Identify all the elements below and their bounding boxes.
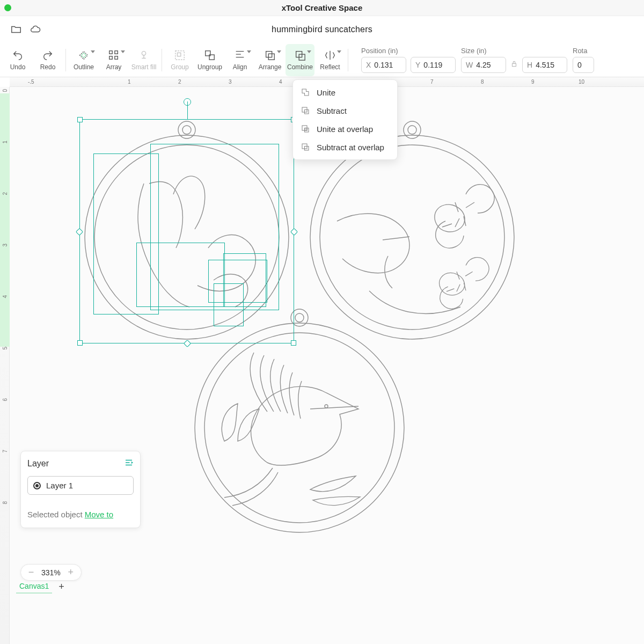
svg-point-30 (295, 313, 304, 322)
svg-point-33 (325, 405, 328, 408)
position-label: Position (in) (361, 47, 456, 55)
undo-label: Undo (10, 63, 26, 71)
ruler-selection-highlight (0, 93, 10, 347)
chevron-down-icon (91, 50, 95, 53)
svg-rect-9 (266, 51, 272, 57)
layer-panel-title: Layer (27, 459, 49, 469)
outline-button[interactable]: Outline (69, 44, 98, 76)
resize-handle-se[interactable] (291, 340, 296, 346)
subtract-item[interactable]: Subtract (293, 101, 397, 120)
array-label: Array (106, 63, 122, 71)
combine-button[interactable]: Combine (286, 44, 314, 76)
svg-point-26 (408, 126, 416, 134)
zoom-out-button[interactable]: − (26, 567, 36, 578)
undo-button[interactable]: Undo (3, 44, 32, 76)
redo-button[interactable]: Redo (33, 44, 62, 76)
maximize-icon[interactable] (4, 4, 11, 11)
unite-item[interactable]: Unite (293, 83, 397, 101)
align-icon (233, 49, 246, 61)
selection-sub (214, 283, 244, 326)
separator (348, 49, 348, 71)
svg-rect-18 (305, 128, 308, 131)
size-w-field[interactable]: W4.25 (461, 57, 506, 73)
svg-rect-15 (305, 110, 309, 114)
outline-label: Outline (74, 63, 94, 71)
open-folder-button[interactable] (6, 20, 26, 39)
reflect-button[interactable]: Reflect (316, 44, 345, 76)
zoom-value[interactable]: 331% (41, 568, 61, 577)
arrange-button[interactable]: Arrange (255, 44, 284, 76)
svg-rect-6 (177, 53, 180, 56)
combine-dropdown: Unite Subtract Unite at overlap Subtract… (292, 79, 398, 160)
move-to-link[interactable]: Move to (85, 510, 113, 519)
resize-handle-e[interactable] (290, 228, 298, 236)
layer-name: Layer 1 (46, 481, 73, 490)
redo-icon (41, 49, 54, 61)
canvas-tabs: Canvas1 + (16, 580, 64, 594)
svg-rect-13 (513, 63, 516, 66)
svg-rect-3 (115, 56, 118, 59)
layer-panel: Layer Layer 1 Selected object Move to (20, 451, 141, 528)
chevron-down-icon (121, 50, 125, 53)
svg-point-4 (142, 51, 145, 55)
ungroup-button[interactable]: Ungroup (195, 44, 224, 76)
rotation-label: Rota (573, 47, 594, 55)
app-title: xTool Creative Space (282, 3, 363, 12)
size-group: Size (in) W4.25 H4.515 (461, 47, 567, 73)
svg-rect-1 (115, 50, 118, 54)
layer-menu-icon[interactable] (124, 458, 134, 470)
align-button[interactable]: Align (225, 44, 254, 76)
zoom-in-button[interactable]: + (66, 567, 76, 578)
zoom-control: − 331% + (20, 564, 82, 581)
array-icon (107, 49, 120, 61)
rotation-field[interactable]: 0 (573, 57, 594, 73)
resize-handle-w[interactable] (76, 228, 83, 236)
position-group: Position (in) X0.131 Y0.119 (361, 47, 456, 73)
reflect-label: Reflect (320, 63, 340, 71)
svg-point-31 (195, 323, 404, 532)
layer-visibility-icon[interactable] (33, 482, 41, 489)
arrange-label: Arrange (259, 63, 282, 71)
document-title: hummingbird suncatchers (272, 25, 372, 34)
chevron-down-icon (307, 50, 311, 53)
smartfill-button[interactable]: Smart fill (129, 44, 158, 76)
traffic-lights (0, 4, 11, 11)
resize-handle-nw[interactable] (77, 117, 83, 122)
size-h-field[interactable]: H4.515 (522, 57, 567, 73)
separator (162, 49, 162, 71)
resize-handle-sw[interactable] (77, 340, 83, 346)
group-button[interactable]: Group (165, 44, 194, 76)
subtract-overlap-item[interactable]: Subtract at overlap (293, 138, 397, 156)
properties-panel: Position (in) X0.131 Y0.119 Size (in) W4… (361, 47, 594, 73)
reflect-icon (324, 49, 336, 61)
smartfill-icon (137, 49, 150, 61)
unite-icon (301, 87, 310, 97)
main-toolbar: Undo Redo Outline Array Smart fill Group… (0, 43, 644, 77)
add-canvas-button[interactable]: + (58, 581, 64, 592)
position-x-field[interactable]: X0.131 (361, 57, 406, 73)
group-label: Group (171, 63, 188, 71)
chevron-down-icon (337, 50, 341, 53)
lock-icon[interactable] (510, 60, 518, 70)
selected-object-info: Selected object Move to (27, 510, 134, 519)
combine-label: Combine (287, 63, 313, 71)
vertical-ruler: 0 1 2 3 4 5 6 7 8 (0, 87, 10, 644)
chevron-down-icon (247, 50, 251, 53)
svg-point-25 (404, 121, 421, 138)
folder-icon (10, 24, 22, 35)
cloud-button[interactable] (26, 20, 45, 39)
canvas-tab-1[interactable]: Canvas1 (16, 580, 52, 594)
layer-row[interactable]: Layer 1 (27, 476, 134, 495)
svg-rect-0 (109, 50, 113, 54)
file-bar: hummingbird suncatchers (0, 16, 644, 43)
svg-rect-20 (305, 147, 309, 151)
window-titlebar: xTool Creative Space (0, 0, 644, 16)
ungroup-icon (203, 49, 216, 61)
size-label: Size (in) (461, 47, 567, 55)
position-y-field[interactable]: Y0.119 (411, 57, 456, 73)
canvas-area[interactable] (10, 87, 644, 644)
array-button[interactable]: Array (99, 44, 128, 76)
unite-overlap-item[interactable]: Unite at overlap (293, 120, 397, 138)
svg-rect-5 (175, 50, 185, 60)
subtract-overlap-icon (301, 142, 310, 152)
